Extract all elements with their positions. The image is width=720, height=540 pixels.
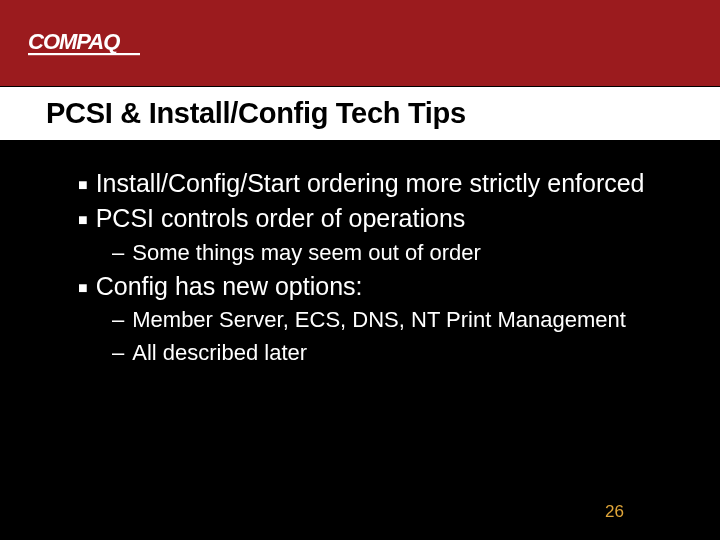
sub-bullet-text: Member Server, ECS, DNS, NT Print Manage… — [132, 306, 626, 335]
svg-rect-1 — [28, 53, 140, 55]
dash-bullet-icon: – — [112, 307, 124, 333]
square-bullet-icon: ■ — [78, 177, 88, 193]
compaq-logo: COMPAQ — [28, 29, 168, 57]
bullet-item: ■ Install/Config/Start ordering more str… — [78, 168, 670, 199]
square-bullet-icon: ■ — [78, 212, 88, 228]
square-bullet-icon: ■ — [78, 280, 88, 296]
slide-content: ■ Install/Config/Start ordering more str… — [0, 140, 720, 368]
svg-text:COMPAQ: COMPAQ — [28, 29, 120, 54]
sub-bullet-text: All described later — [132, 339, 307, 368]
bullet-item: ■ PCSI controls order of operations — [78, 203, 670, 234]
bullet-item: ■ Config has new options: — [78, 271, 670, 302]
sub-bullet-item: – All described later — [112, 339, 670, 368]
bullet-text: Install/Config/Start ordering more stric… — [96, 168, 645, 199]
dash-bullet-icon: – — [112, 340, 124, 366]
sub-bullet-item: – Member Server, ECS, DNS, NT Print Mana… — [112, 306, 670, 335]
bullet-text: PCSI controls order of operations — [96, 203, 466, 234]
sub-bullet-text: Some things may seem out of order — [132, 239, 481, 268]
slide-title: PCSI & Install/Config Tech Tips — [46, 97, 720, 130]
page-number: 26 — [605, 502, 624, 522]
dash-bullet-icon: – — [112, 240, 124, 266]
slide-header: COMPAQ — [0, 0, 720, 86]
sub-bullet-item: – Some things may seem out of order — [112, 239, 670, 268]
title-band: PCSI & Install/Config Tech Tips — [0, 86, 720, 140]
bullet-text: Config has new options: — [96, 271, 363, 302]
